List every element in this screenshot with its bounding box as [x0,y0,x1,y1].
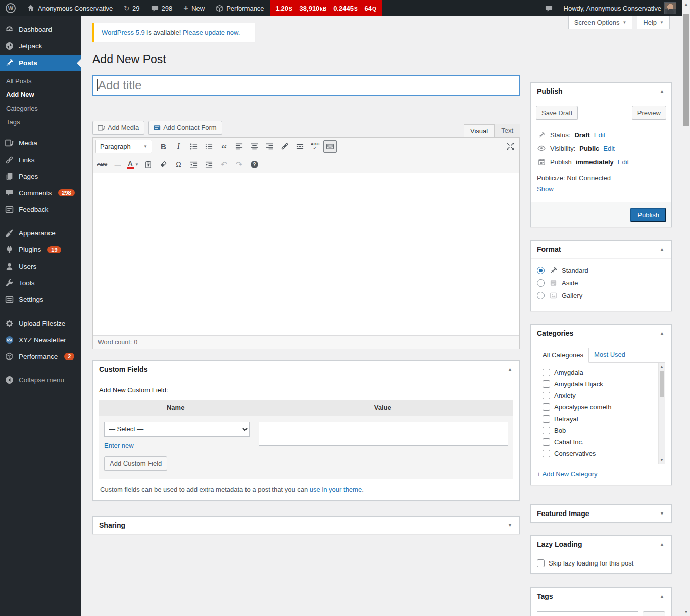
categories-header[interactable]: Categories ▲ [531,325,671,342]
category-checkbox[interactable] [543,438,550,446]
help-button[interactable]: Help ▼ [637,16,670,29]
lazy-loading-header[interactable]: Lazy Loading ▲ [531,536,671,553]
special-character-button[interactable]: Ω [172,158,185,171]
page-scrollbar[interactable]: ▲ ▼ [682,0,690,616]
sidebar-item-links[interactable]: Links [0,151,81,168]
collapse-toggle-icon[interactable]: ▲ [659,593,665,600]
wordpress-logo-menu[interactable]: W [0,0,21,16]
insert-link-button[interactable] [278,140,291,153]
update-now-link[interactable]: Please update now. [183,29,240,36]
format-option-standard[interactable]: Standard [537,267,665,274]
sidebar-item-collapse-menu[interactable]: Collapse menu [0,372,81,388]
redo-button[interactable]: ↷ [232,158,246,171]
paste-as-text-button[interactable] [141,158,155,171]
blockquote-button[interactable]: “ [217,140,231,153]
notifications-bubble[interactable] [539,0,558,16]
comments-menu[interactable]: 298 [145,0,178,16]
scroll-up-arrow[interactable]: ▲ [659,363,665,370]
wordpress-version-link[interactable]: WordPress 5.9 [102,29,145,36]
add-media-button[interactable]: Add Media [92,121,144,135]
sidebar-item-pages[interactable]: Pages [0,168,81,185]
category-item[interactable]: Betrayal [537,413,658,425]
scroll-up-arrow[interactable]: ▲ [682,0,690,8]
preview-button[interactable]: Preview [632,106,666,120]
bold-button[interactable]: ABCB [157,140,170,153]
collapse-toggle-icon[interactable]: ▲ [659,330,665,337]
category-checkbox[interactable] [543,392,550,399]
enter-new-link[interactable]: Enter new [104,442,134,449]
toolbar-toggle-button[interactable] [323,140,337,153]
performance-menu[interactable]: Performance [210,0,269,16]
sidebar-item-tools[interactable]: Tools [0,275,81,291]
sidebar-item-categories[interactable]: Categories [0,101,81,115]
collapse-toggle-icon[interactable]: ▲ [659,541,665,548]
collapse-toggle-icon[interactable]: ▲ [507,366,513,373]
collapse-toggle-icon[interactable]: ▲ [659,246,665,253]
strikethrough-button[interactable]: ABC [95,158,109,171]
new-tag-input[interactable] [537,611,638,616]
category-item[interactable]: Bob [537,425,658,436]
sidebar-item-xyz-newsletter[interactable]: XYZ Newsletter [0,332,81,348]
scrollbar-thumb[interactable] [683,14,689,126]
italic-button[interactable]: I [172,140,185,153]
sidebar-item-settings[interactable]: Settings [0,291,81,308]
publicize-show-link[interactable]: Show [537,185,554,193]
sidebar-item-appearance[interactable]: Appearance [0,225,81,241]
category-checkbox[interactable] [543,369,550,376]
sidebar-item-plugins[interactable]: Plugins 19 [0,241,81,258]
paragraph-format-select[interactable]: Paragraph ▼ [95,140,152,153]
category-checkbox[interactable] [543,415,550,423]
site-name-menu[interactable]: Anonymous Conservative [21,0,118,16]
clear-formatting-button[interactable] [157,158,170,171]
radio-aside[interactable] [537,279,545,287]
screen-options-button[interactable]: Screen Options ▼ [568,16,633,29]
horizontal-rule-button[interactable]: — [111,158,124,171]
category-item[interactable]: Amygdala Hijack [537,378,658,390]
category-checkbox[interactable] [543,450,550,457]
sidebar-item-upload-filesize[interactable]: Upload Filesize [0,315,81,332]
publish-header[interactable]: Publish ▲ [531,83,671,100]
category-checkbox[interactable] [543,427,550,434]
sidebar-item-jetpack[interactable]: Jetpack [0,38,81,55]
sidebar-item-comments[interactable]: Comments 298 [0,185,81,201]
save-draft-button[interactable]: Save Draft [536,106,578,120]
read-more-button[interactable] [293,140,307,153]
indent-button[interactable] [202,158,216,171]
edit-visibility-link[interactable]: Edit [603,145,614,152]
my-account-menu[interactable]: Howdy, Anonymous Conservative [558,0,682,16]
performance-metrics[interactable]: 1.20S 38,910kB 0.2445S 64Q [270,0,382,16]
updates-menu[interactable]: ↻ 29 [118,0,145,16]
sidebar-item-all-posts[interactable]: All Posts [0,74,81,88]
category-item[interactable]: Cabal Inc. [537,436,658,448]
add-new-category-link[interactable]: + Add New Category [537,470,598,478]
numbered-list-button[interactable] [202,140,216,153]
category-item[interactable]: Conservatives [537,448,658,459]
category-checkbox[interactable] [543,380,550,388]
category-item[interactable]: Anxiety [537,390,658,401]
use-in-theme-link[interactable]: use in your theme. [310,486,364,493]
sidebar-item-tags[interactable]: Tags [0,115,81,129]
custom-fields-header[interactable]: Custom Fields ▲ [93,361,519,378]
add-contact-form-button[interactable]: Add Contact Form [148,121,222,135]
sidebar-item-add-new[interactable]: Add New [0,88,81,101]
scrollbar-thumb[interactable] [660,371,664,397]
new-content-menu[interactable]: + New [178,0,210,16]
custom-field-value-textarea[interactable] [259,422,508,446]
undo-button[interactable]: ↶ [217,158,231,171]
edit-schedule-link[interactable]: Edit [618,158,629,166]
scroll-down-arrow[interactable]: ▼ [682,608,690,616]
expand-toggle-icon[interactable]: ▼ [507,522,513,529]
tab-all-categories[interactable]: All Categories [537,348,589,363]
category-item[interactable]: Amygdala [537,367,658,378]
category-checkbox[interactable] [543,403,550,411]
custom-field-name-select[interactable]: — Select — [104,422,250,437]
tab-visual[interactable]: Visual [464,124,495,138]
editor-content-area[interactable] [93,173,519,335]
sidebar-item-performance[interactable]: Performance 2 [0,348,81,365]
publish-button[interactable]: Publish [630,208,666,222]
text-color-button[interactable]: A ▼ [126,158,140,171]
collapse-toggle-icon[interactable]: ▲ [659,88,665,95]
align-center-button[interactable] [248,140,261,153]
sidebar-item-media[interactable]: Media [0,135,81,151]
sharing-header[interactable]: Sharing ▼ [93,517,519,534]
